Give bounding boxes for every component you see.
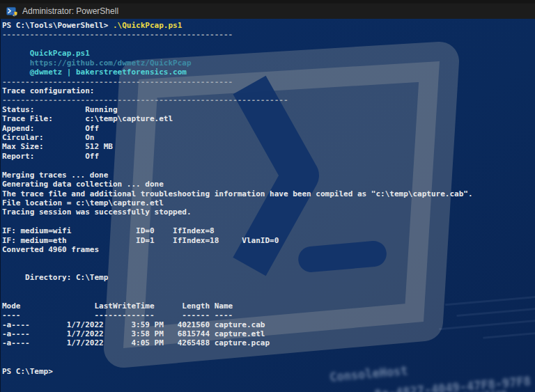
terminal-line: IF: medium=eth ID=1 IfIndex=18 VlanID=0 xyxy=(2,236,535,245)
powershell-app-icon xyxy=(6,6,17,17)
terminal-line: The trace file and additional troublesho… xyxy=(2,189,535,198)
terminal-line: ---- ------------- ------ ---- xyxy=(2,311,535,320)
terminal-line: Converted 4960 frames xyxy=(2,245,535,254)
terminal-line: Trace configuration: xyxy=(2,86,535,95)
terminal[interactable]: ConsoleHost8a-4827-4049-47F8-97F8Automat… xyxy=(0,19,535,392)
terminal-line: -a---- 1/7/2022 4:05 PM 4265488 capture.… xyxy=(2,338,535,347)
terminal-line: Directory: C:\Temp xyxy=(2,273,535,282)
terminal-line: ----------------------------------------… xyxy=(2,77,535,86)
terminal-line: PS C:\Temp> xyxy=(2,367,535,376)
terminal-line xyxy=(2,40,535,49)
terminal-line: ----------------------------------------… xyxy=(2,30,535,39)
terminal-line: Mode LastWriteTime Length Name xyxy=(2,301,535,311)
terminal-line: QuickPcap.ps1 xyxy=(2,49,535,58)
terminal-line: PS C:\Tools\PowerShell> .\QuickPcap.ps1 xyxy=(2,21,535,30)
window-title: Administrator: PowerShell xyxy=(22,6,118,16)
terminal-line xyxy=(2,292,535,301)
terminal-line: @dwmetz | bakerstreetforensics.com xyxy=(2,68,535,77)
terminal-line xyxy=(2,161,535,170)
terminal-line: Max Size: 512 MB xyxy=(2,142,535,151)
terminal-line: File location = c:\temp\capture.etl xyxy=(2,198,535,207)
terminal-line xyxy=(2,348,535,357)
terminal-line: IF: medium=wifi ID=0 IfIndex=8 xyxy=(2,226,535,235)
terminal-output: PS C:\Tools\PowerShell> .\QuickPcap.ps1-… xyxy=(1,19,535,392)
terminal-line xyxy=(2,283,535,292)
terminal-line: Trace File: c:\temp\capture.etl xyxy=(2,114,535,123)
title-bar[interactable]: Administrator: PowerShell xyxy=(0,0,535,19)
terminal-line: Generating data collection ... done xyxy=(2,180,535,189)
terminal-line: ----------------------------------------… xyxy=(2,95,535,104)
terminal-line: Status: Running xyxy=(2,105,535,114)
terminal-line: Append: Off xyxy=(2,124,535,133)
terminal-line: Merging traces ... done xyxy=(2,171,535,180)
terminal-line xyxy=(2,255,535,264)
uac-shield-icon xyxy=(12,11,17,16)
terminal-line xyxy=(2,217,535,226)
terminal-line: Tracing session was successfully stopped… xyxy=(2,207,535,217)
terminal-line xyxy=(2,264,535,273)
terminal-line: -a---- 1/7/2022 3:59 PM 4021560 capture.… xyxy=(2,320,535,329)
terminal-line: Report: Off xyxy=(2,152,535,161)
terminal-line: Circular: On xyxy=(2,133,535,142)
powershell-window: Administrator: PowerShell xyxy=(0,0,535,392)
terminal-line xyxy=(2,357,535,366)
terminal-line: https://github.com/dwmetz/QuickPcap xyxy=(2,58,535,68)
terminal-line: -a---- 1/7/2022 3:58 PM 6815744 capture.… xyxy=(2,329,535,338)
